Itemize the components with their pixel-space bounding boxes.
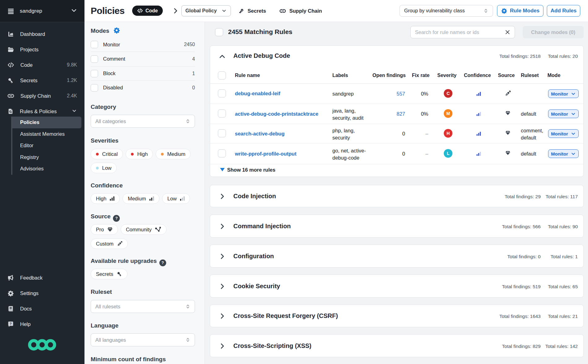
svg-text:?: ? [10, 322, 11, 325]
